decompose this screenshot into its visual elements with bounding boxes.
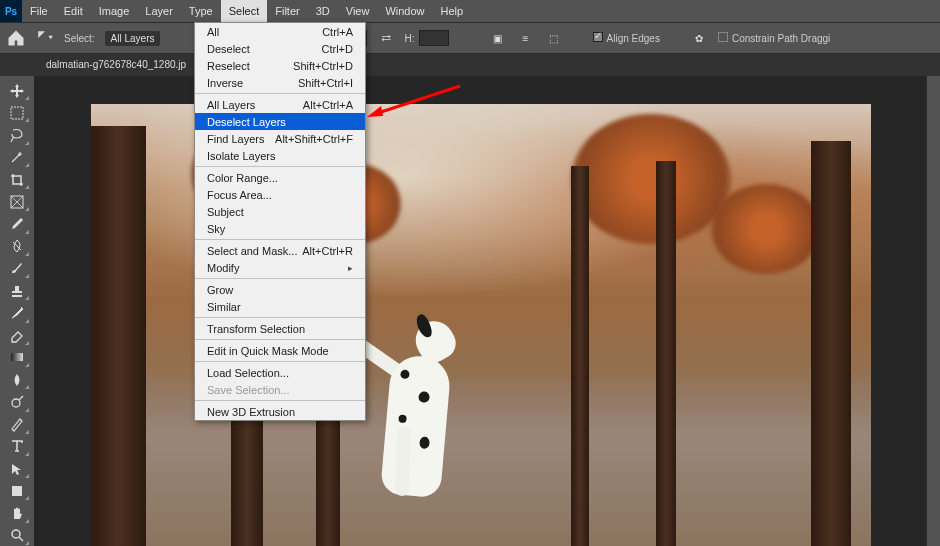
- menu-item-label: Load Selection...: [207, 367, 289, 379]
- menu-item-new-3d-extrusion[interactable]: New 3D Extrusion: [195, 403, 365, 420]
- tool-type[interactable]: [4, 436, 30, 457]
- path-op-combine-icon[interactable]: ▣: [489, 29, 507, 47]
- menu-item-label: Transform Selection: [207, 323, 305, 335]
- menu-item-edit-in-quick-mask-mode[interactable]: Edit in Quick Mask Mode: [195, 342, 365, 359]
- menu-item-deselect-layers[interactable]: Deselect Layers: [195, 113, 365, 130]
- menu-item-modify[interactable]: Modify: [195, 259, 365, 276]
- svg-point-3: [12, 399, 20, 407]
- svg-point-5: [12, 530, 20, 538]
- tool-eraser[interactable]: [4, 325, 30, 346]
- menu-item-deselect[interactable]: DeselectCtrl+D: [195, 40, 365, 57]
- svg-marker-7: [367, 106, 383, 117]
- menu-item-find-layers[interactable]: Find LayersAlt+Shift+Ctrl+F: [195, 130, 365, 147]
- tool-dodge[interactable]: [4, 391, 30, 412]
- menu-file[interactable]: File: [22, 0, 56, 22]
- menu-item-isolate-layers[interactable]: Isolate Layers: [195, 147, 365, 164]
- menu-separator: [195, 339, 365, 340]
- annotation-arrow: [365, 84, 465, 124]
- tool-pen[interactable]: [4, 414, 30, 435]
- menu-item-label: Find Layers: [207, 133, 264, 145]
- tool-path-sel[interactable]: [4, 458, 30, 479]
- menu-image[interactable]: Image: [91, 0, 138, 22]
- right-panel: [926, 76, 940, 546]
- tool-heal[interactable]: [4, 236, 30, 257]
- menu-item-label: Similar: [207, 301, 241, 313]
- tool-crop[interactable]: [4, 169, 30, 190]
- height-input[interactable]: [419, 30, 449, 46]
- menu-item-shortcut: Shift+Ctrl+I: [298, 77, 353, 89]
- menu-item-sky[interactable]: Sky: [195, 220, 365, 237]
- select-value[interactable]: All Layers: [105, 31, 161, 46]
- menu-item-shortcut: Shift+Ctrl+D: [293, 60, 353, 72]
- menu-item-label: Modify: [207, 262, 239, 274]
- tool-marquee[interactable]: [4, 102, 30, 123]
- constrain-label: Constrain Path Draggi: [732, 33, 830, 44]
- menu-separator: [195, 166, 365, 167]
- menu-item-label: Grow: [207, 284, 233, 296]
- menu-item-similar[interactable]: Similar: [195, 298, 365, 315]
- gear-icon[interactable]: ✿: [690, 29, 708, 47]
- menu-item-shortcut: Alt+Ctrl+A: [303, 99, 353, 111]
- menu-separator: [195, 361, 365, 362]
- menu-item-all[interactable]: AllCtrl+A: [195, 23, 365, 40]
- document-tab[interactable]: dalmatian-g762678c40_1280.jp: [40, 54, 192, 76]
- tool-lasso[interactable]: [4, 124, 30, 145]
- menu-layer[interactable]: Layer: [137, 0, 181, 22]
- align-edges-checkbox[interactable]: Align Edges: [593, 32, 660, 44]
- menu-separator: [195, 278, 365, 279]
- menu-item-grow[interactable]: Grow: [195, 281, 365, 298]
- home-icon[interactable]: [6, 28, 26, 48]
- svg-rect-2: [11, 353, 23, 361]
- menu-window[interactable]: Window: [377, 0, 432, 22]
- tool-history[interactable]: [4, 302, 30, 323]
- tool-blur[interactable]: [4, 369, 30, 390]
- document-tabs: dalmatian-g762678c40_1280.jp: [0, 54, 940, 76]
- menu-type[interactable]: Type: [181, 0, 221, 22]
- menu-item-label: Deselect Layers: [207, 116, 286, 128]
- menu-item-label: New 3D Extrusion: [207, 406, 295, 418]
- menu-item-transform-selection[interactable]: Transform Selection: [195, 320, 365, 337]
- tool-move[interactable]: [4, 80, 30, 101]
- tool-eyedropper[interactable]: [4, 213, 30, 234]
- tool-stamp[interactable]: [4, 280, 30, 301]
- menu-item-inverse[interactable]: InverseShift+Ctrl+I: [195, 74, 365, 91]
- menu-separator: [195, 317, 365, 318]
- menu-item-shortcut: Alt+Ctrl+R: [302, 245, 353, 257]
- menu-item-label: Edit in Quick Mask Mode: [207, 345, 329, 357]
- tool-brush[interactable]: [4, 258, 30, 279]
- menu-item-reselect[interactable]: ReselectShift+Ctrl+D: [195, 57, 365, 74]
- menu-select[interactable]: Select: [221, 0, 268, 22]
- menu-item-load-selection[interactable]: Load Selection...: [195, 364, 365, 381]
- menu-help[interactable]: Help: [433, 0, 472, 22]
- menu-item-focus-area[interactable]: Focus Area...: [195, 186, 365, 203]
- menu-item-label: Save Selection...: [207, 384, 290, 396]
- options-bar: Select: All Layers W: ⮂ H: ▣ ≡ ⬚ Align E…: [0, 22, 940, 54]
- menu-separator: [195, 239, 365, 240]
- tool-zoom[interactable]: [4, 525, 30, 546]
- canvas: [34, 76, 926, 546]
- menu-separator: [195, 93, 365, 94]
- tool-frame[interactable]: [4, 191, 30, 212]
- tool-hand[interactable]: [4, 502, 30, 523]
- menu-item-all-layers[interactable]: All LayersAlt+Ctrl+A: [195, 96, 365, 113]
- menu-item-color-range[interactable]: Color Range...: [195, 169, 365, 186]
- tool-wand[interactable]: [4, 147, 30, 168]
- menu-item-label: Inverse: [207, 77, 243, 89]
- path-arrange-icon[interactable]: ⬚: [545, 29, 563, 47]
- menu-edit[interactable]: Edit: [56, 0, 91, 22]
- tool-gradient[interactable]: [4, 347, 30, 368]
- tool-shape[interactable]: [4, 480, 30, 501]
- menu-3d[interactable]: 3D: [308, 0, 338, 22]
- constrain-checkbox[interactable]: Constrain Path Draggi: [718, 32, 830, 44]
- menu-item-shortcut: Alt+Shift+Ctrl+F: [275, 133, 353, 145]
- menu-item-label: Sky: [207, 223, 225, 235]
- menu-view[interactable]: View: [338, 0, 378, 22]
- menu-item-select-and-mask[interactable]: Select and Mask...Alt+Ctrl+R: [195, 242, 365, 259]
- link-icon[interactable]: ⮂: [377, 29, 395, 47]
- path-align-icon[interactable]: ≡: [517, 29, 535, 47]
- menu-item-label: Color Range...: [207, 172, 278, 184]
- tool-preset-arrow[interactable]: [36, 29, 54, 47]
- menu-item-subject[interactable]: Subject: [195, 203, 365, 220]
- menu-filter[interactable]: Filter: [267, 0, 307, 22]
- toolbar: [0, 76, 34, 546]
